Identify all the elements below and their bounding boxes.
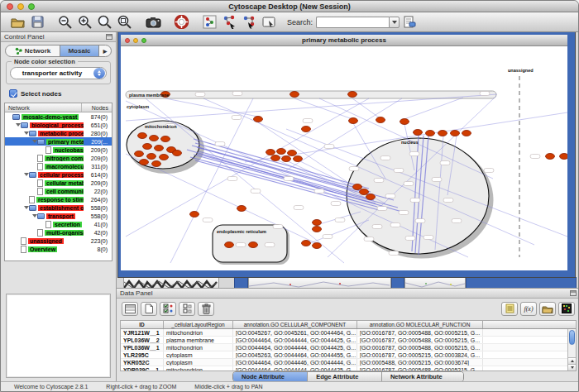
- disclosure-triangle-icon[interactable]: [23, 131, 29, 135]
- disclosure-triangle-icon[interactable]: [23, 206, 29, 209]
- cell-cellular-component: [GO:0044464, GO:0044444, GO:0044425, G..…: [233, 337, 357, 343]
- tree-row[interactable]: nucleobase- 209(0): [5, 146, 112, 154]
- snapshot-icon[interactable]: [144, 14, 162, 31]
- background-window-edge[interactable]: [466, 277, 577, 288]
- close-view-icon[interactable]: [125, 38, 130, 43]
- tree-column-nodes[interactable]: Nodes: [82, 103, 112, 112]
- cell-cellular-component: [GO:0045267, GO:0045261, GO:0044464, G..…: [233, 329, 357, 336]
- zoom-selected-icon[interactable]: [96, 14, 114, 31]
- tree-row[interactable]: secretion 41(0): [5, 220, 112, 228]
- table-row[interactable]: YJR121W__1 mitochondrion [GO:0045267, GO…: [121, 329, 576, 337]
- search-config-icon[interactable]: [400, 14, 419, 31]
- tree-column-network[interactable]: Network: [5, 103, 82, 112]
- notes-icon[interactable]: [501, 302, 518, 316]
- attribute-browser-tab[interactable]: Node Attribute Browser: [233, 372, 307, 381]
- scrollbar-arrows: [568, 357, 576, 370]
- attribute-select-glyph: [125, 304, 136, 313]
- open-icon[interactable]: [8, 14, 26, 31]
- network-edit-icon[interactable]: [240, 14, 258, 31]
- vizmapper-icon[interactable]: [200, 14, 218, 31]
- attribute-browser-tab[interactable]: Edge Attribute Browser: [307, 372, 381, 381]
- tab-network[interactable]: Network: [6, 45, 60, 56]
- tree-row[interactable]: metabolic process 280(0): [5, 129, 112, 137]
- import-attributes-icon[interactable]: [539, 302, 556, 316]
- annotation-icon[interactable]: [260, 14, 278, 31]
- scroll-up-icon[interactable]: [568, 357, 576, 364]
- tree-row[interactable]: biological_process 651(0): [5, 121, 112, 129]
- scroll-down-icon[interactable]: [568, 364, 576, 370]
- tree-row[interactable]: transport 558(0): [5, 212, 112, 220]
- col-header-cellular-component[interactable]: annotation.GO CELLULAR_COMPONENT: [233, 321, 357, 328]
- minimize-view-icon[interactable]: [133, 38, 138, 43]
- tree-row[interactable]: mosaic-demo-yeast 874(0): [5, 112, 112, 121]
- disclosure-triangle-icon[interactable]: [31, 214, 37, 218]
- tree-row[interactable]: cell communicat 22(0): [5, 187, 112, 195]
- tree-row[interactable]: primary metabo 209(...: [5, 137, 112, 146]
- float-data-panel-icon[interactable]: [570, 290, 577, 296]
- attribute-browser-tab[interactable]: Network Attribute Browser: [381, 372, 463, 381]
- network-view-titlebar[interactable]: primary metabolic process: [121, 35, 567, 46]
- col-header-id[interactable]: ID: [121, 321, 164, 328]
- tree-row[interactable]: Overview 8(0): [5, 245, 112, 253]
- tree-row[interactable]: unassigned 223(0): [5, 237, 112, 245]
- table-scrollbar[interactable]: [567, 329, 576, 370]
- zoom-view-icon[interactable]: [141, 38, 146, 43]
- background-window[interactable]: [123, 277, 219, 288]
- tree-node-label: response to stimulu: [36, 197, 84, 203]
- new-attribute-icon[interactable]: [141, 302, 157, 316]
- tree-row[interactable]: response to stimulu 264(0): [5, 195, 112, 203]
- help-icon[interactable]: [172, 14, 190, 31]
- disclosure-triangle-icon[interactable]: [31, 140, 37, 143]
- zoom-window-icon[interactable]: [28, 3, 35, 10]
- tab-network-label: Network: [25, 47, 51, 55]
- scrollbar-thumb[interactable]: [569, 330, 575, 345]
- unselect-all-attributes-icon[interactable]: [179, 302, 195, 316]
- close-window-icon[interactable]: [7, 3, 13, 10]
- zoom-in-icon[interactable]: [76, 14, 94, 31]
- matrix-icon[interactable]: [558, 302, 575, 316]
- background-window-edge[interactable]: [234, 277, 248, 288]
- network-canvas[interactable]: plasma membrane cytoplasm mitochondrion …: [121, 46, 567, 270]
- col-header-region[interactable]: _cellularLayoutRegion: [164, 321, 233, 328]
- node-color-select[interactable]: transporter activity: [10, 67, 107, 79]
- tab-mosaic[interactable]: Mosaic: [60, 45, 99, 56]
- table-row[interactable]: YLR295C cytoplasm [GO:0045263, GO:004446…: [121, 351, 576, 359]
- tree-node-icon: [45, 221, 51, 228]
- select-nodes-checkbox[interactable]: [9, 89, 17, 98]
- background-window[interactable]: [404, 277, 466, 288]
- table-row[interactable]: YPL036W__2 plasma membrane [GO:0044464, …: [121, 337, 576, 344]
- network-overview-panel[interactable]: [6, 294, 111, 378]
- save-icon[interactable]: [28, 14, 46, 31]
- search-input[interactable]: [316, 17, 389, 28]
- tree-row[interactable]: multi-organism pro 42(0): [5, 228, 112, 237]
- window-titlebar[interactable]: Cytoscape Desktop (New Session): [1, 1, 578, 12]
- search-label: Search:: [287, 18, 313, 26]
- table-row[interactable]: YKR052C cytoplasm [GO:0044464, GO:004444…: [121, 359, 576, 366]
- col-header-molecular-function[interactable]: annotation.GO MOLECULAR_FUNCTION: [357, 321, 483, 328]
- cell-id: YDR039C__1: [121, 366, 164, 371]
- zoom-fit-icon[interactable]: [116, 14, 134, 31]
- tree-row[interactable]: cellular metabol 209(0): [5, 179, 112, 187]
- delete-attribute-icon[interactable]: [198, 302, 214, 316]
- disclosure-triangle-icon[interactable]: [15, 123, 21, 127]
- search-dropdown-icon[interactable]: [389, 17, 400, 28]
- float-panel-icon[interactable]: [106, 34, 112, 40]
- network-from-selection-icon[interactable]: [220, 14, 238, 31]
- zoom-out-icon[interactable]: [56, 14, 74, 31]
- tree-row[interactable]: establishment of lo 558(0): [5, 203, 112, 212]
- table-row[interactable]: YPL036W__1 mitochondrion [GO:0044464, GO…: [121, 344, 576, 351]
- disclosure-triangle-icon[interactable]: [23, 173, 29, 176]
- attribute-select-icon[interactable]: [122, 302, 138, 316]
- zoom-selected-glyph: [98, 15, 112, 30]
- tab-overflow-icon[interactable]: ▶: [99, 45, 111, 56]
- function-builder-icon[interactable]: f(x): [520, 302, 537, 316]
- minimize-window-icon[interactable]: [17, 3, 24, 10]
- background-window[interactable]: [248, 277, 391, 288]
- tree-row[interactable]: cellular process 614(0): [5, 170, 112, 179]
- select-all-attributes-icon[interactable]: [160, 302, 176, 316]
- tree-row[interactable]: nitrogen compo 209(0): [5, 154, 112, 162]
- network-graph[interactable]: plasma membrane cytoplasm mitochondrion …: [121, 46, 567, 270]
- tree-row[interactable]: macromolecule 311(0): [5, 162, 112, 170]
- background-window-edge[interactable]: [391, 277, 404, 288]
- tree-node-count: 209(0): [84, 180, 112, 186]
